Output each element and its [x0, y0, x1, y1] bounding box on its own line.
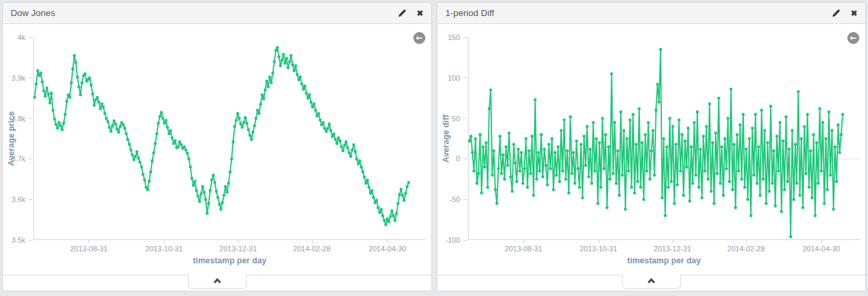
panel-actions: ✖: [831, 9, 857, 18]
collapse-button[interactable]: [188, 275, 247, 289]
panel-actions: ✖: [397, 9, 423, 18]
back-arrow-icon[interactable]: ←: [847, 32, 859, 44]
panel-title: Dow Jones: [11, 8, 55, 18]
dashboard-page: Dow Jones ✖ ← Average price 4k3.9k3.8k3.…: [0, 0, 868, 296]
back-arrow-icon[interactable]: ←: [413, 32, 425, 44]
line-chart[interactable]: [33, 37, 426, 240]
panel-footer: [437, 275, 865, 291]
panel-footer: [3, 275, 431, 291]
panel-title: 1-period Diff: [445, 8, 494, 18]
chart-area: ← Average diff 150100500-50-100 2013-08-…: [437, 24, 865, 275]
chevron-up-icon: [647, 278, 655, 285]
collapse-button[interactable]: [622, 275, 681, 289]
chart-area: ← Average price 4k3.9k3.8k3.7k3.6k3.5k 2…: [3, 24, 431, 275]
x-axis-ticks: 2013-08-312013-10-312013-12-312014-02-28…: [468, 240, 860, 255]
edit-icon[interactable]: [831, 9, 841, 18]
chevron-up-icon: [213, 278, 221, 285]
close-icon[interactable]: ✖: [851, 9, 857, 17]
x-axis-ticks: 2013-08-312013-10-312013-12-312014-02-28…: [33, 240, 426, 255]
panel-dow-jones: Dow Jones ✖ ← Average price 4k3.9k3.8k3.…: [2, 2, 432, 291]
x-axis-title: timestamp per day: [468, 256, 860, 265]
panel-header: Dow Jones ✖: [3, 3, 431, 24]
y-axis-ticks: 150100500-50-100: [437, 37, 468, 240]
y-axis-ticks: 4k3.9k3.8k3.7k3.6k3.5k: [3, 37, 33, 240]
dashboard: { "page": { "background": "#e5e9eb" }, "…: [0, 0, 868, 296]
edit-icon[interactable]: [397, 9, 407, 18]
line-chart[interactable]: [468, 37, 860, 240]
panel-header: 1-period Diff ✖: [437, 3, 865, 24]
x-axis-title: timestamp per day: [33, 256, 426, 265]
panel-1-period-diff: 1-period Diff ✖ ← Average diff 150100500…: [437, 2, 866, 291]
close-icon[interactable]: ✖: [417, 9, 423, 17]
